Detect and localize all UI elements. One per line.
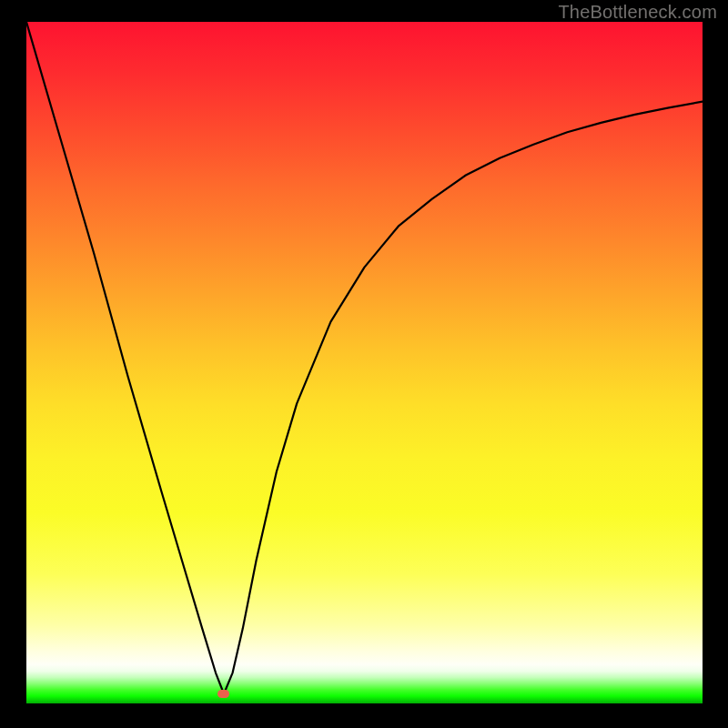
chart-frame: TheBottleneck.com: [0, 0, 728, 728]
plot-area: [26, 22, 703, 703]
watermark-text: TheBottleneck.com: [558, 2, 717, 23]
sweet-spot-marker: [217, 690, 229, 698]
heat-gradient-background: [26, 22, 703, 703]
